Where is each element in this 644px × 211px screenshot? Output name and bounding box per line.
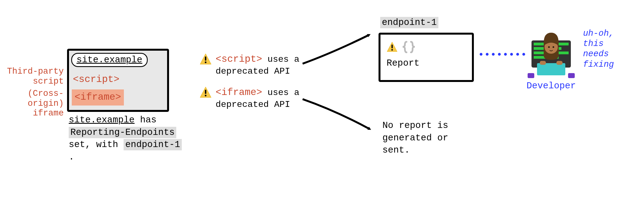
script-annotation-tag: <script> xyxy=(216,54,262,65)
address-bar-url: site.example xyxy=(76,55,142,65)
caption-has: has xyxy=(135,115,157,125)
svg-rect-18 xyxy=(537,63,565,75)
svg-point-2 xyxy=(205,61,206,63)
caption-site: site.example xyxy=(69,115,135,125)
developer-icon xyxy=(528,31,575,78)
svg-point-16 xyxy=(548,46,550,48)
endpoint-window: Report xyxy=(379,33,474,82)
svg-rect-1 xyxy=(205,56,206,61)
braces-icon xyxy=(402,41,416,53)
dotted-connector xyxy=(479,52,527,57)
caption-setwith: set, with xyxy=(69,140,124,150)
svg-point-17 xyxy=(553,46,554,48)
endpoint-name: endpoint-1 xyxy=(380,17,438,28)
browser-window: site.example <script> <iframe> xyxy=(67,49,169,112)
iframe-annotation-tag: <iframe> xyxy=(216,87,262,98)
developer-avatar xyxy=(528,31,575,78)
svg-rect-19 xyxy=(528,73,534,78)
svg-rect-20 xyxy=(568,73,575,78)
diagram-canvas: Third-party script (Cross-origin) iframe… xyxy=(0,0,644,211)
label-cross-origin: (Cross-origin) iframe xyxy=(0,89,64,118)
endpoint-label: endpoint-1 xyxy=(380,17,438,29)
warning-icon xyxy=(387,42,398,53)
svg-rect-22 xyxy=(556,61,563,65)
script-annotation: <script> uses a deprecated API xyxy=(200,53,301,77)
browser-caption: site.example has Reporting-Endpoints set… xyxy=(69,114,191,163)
svg-point-5 xyxy=(205,95,206,96)
svg-point-8 xyxy=(391,49,393,50)
no-report-text: No report is generated or sent. xyxy=(382,120,477,157)
caption-header: Reporting-Endpoints xyxy=(69,127,176,138)
script-tag: <script> xyxy=(73,73,119,86)
svg-rect-7 xyxy=(392,45,393,48)
svg-rect-4 xyxy=(205,90,206,94)
iframe-box: <iframe> xyxy=(72,89,124,106)
caption-period: . xyxy=(69,152,74,162)
address-bar: site.example xyxy=(71,53,148,67)
warning-icon xyxy=(200,53,212,65)
iframe-tag: <iframe> xyxy=(75,92,121,103)
arrow-script-to-endpoint xyxy=(300,30,375,69)
label-third-party: Third-party script xyxy=(0,66,64,86)
arrow-iframe-to-noreport xyxy=(300,94,375,136)
script-annotation-text: <script> uses a deprecated API xyxy=(216,53,301,77)
developer-label: Developer xyxy=(523,81,580,91)
svg-rect-21 xyxy=(540,61,546,65)
caption-endpoint: endpoint-1 xyxy=(124,139,182,150)
iframe-annotation: <iframe> uses a deprecated API xyxy=(200,86,301,110)
iframe-annotation-text: <iframe> uses a deprecated API xyxy=(216,86,301,110)
report-label: Report xyxy=(387,57,420,70)
warning-icon xyxy=(200,86,212,99)
developer-thought: uh-oh, this needs fixing xyxy=(583,28,633,70)
endpoint-row xyxy=(387,41,416,53)
